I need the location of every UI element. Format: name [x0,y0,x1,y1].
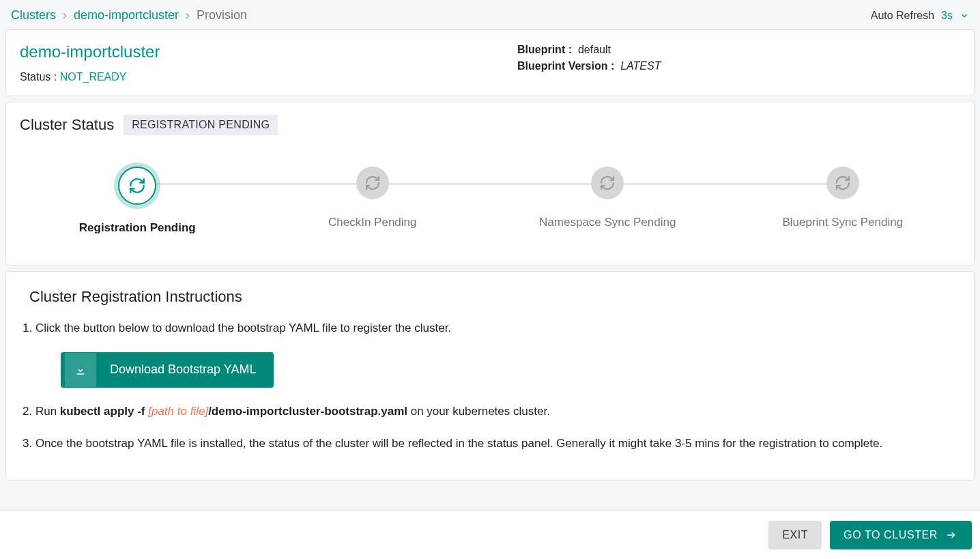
sync-icon [826,167,859,199]
blueprint-value: default [578,44,611,55]
step-label: Namespace Sync Pending [539,216,676,229]
step-label: Blueprint Sync Pending [782,216,903,229]
sync-icon [356,167,389,199]
registration-instructions-card: Cluster Registration Instructions 1. Cli… [5,271,975,481]
step2-path-placeholder: [path to file] [148,405,208,418]
auto-refresh-label: Auto Refresh [871,10,934,22]
step-label: Registration Pending [79,221,196,235]
step-registration-pending: Registration Pending [20,167,255,235]
cluster-header-card: demo-importcluster Status : NOT_READY Bl… [5,29,975,96]
download-bootstrap-button[interactable]: Download Bootstrap YAML [61,352,274,388]
sync-icon [118,167,156,205]
step-label: CheckIn Pending [328,216,416,229]
status-stepper: Registration Pending CheckIn Pending [20,146,960,253]
blueprint-label: Blueprint : [517,44,572,55]
instructions-title: Cluster Registration Instructions [29,288,960,306]
cluster-status-title-row: Cluster Status REGISTRATION PENDING [20,115,960,135]
instruction-step-1: 1. Click the button below to download th… [23,319,957,337]
download-button-label: Download Bootstrap YAML [96,362,270,377]
breadcrumb: Clusters › demo-importcluster › Provisio… [11,8,247,23]
breadcrumb-cluster-name[interactable]: demo-importcluster [74,8,179,23]
cluster-status-card: Cluster Status REGISTRATION PENDING Regi… [5,102,975,266]
exit-button[interactable]: EXIT [768,521,822,549]
status-label: Status : [20,71,60,83]
step-blueprint-sync-pending: Blueprint Sync Pending [725,167,961,235]
cluster-status-line: Status : NOT_READY [20,71,490,83]
step2-filename: /demo-importcluster-bootstrap.yaml [208,405,407,418]
cluster-status-title: Cluster Status [20,116,114,134]
download-icon [65,353,96,387]
auto-refresh-selector[interactable]: Auto Refresh 3s [871,10,969,22]
status-value: NOT_READY [60,71,127,83]
breadcrumb-current: Provision [197,8,247,23]
status-badge: REGISTRATION PENDING [124,115,278,135]
arrow-right-icon [945,530,958,540]
step2-command: kubectl apply -f [60,405,148,418]
footer-action-bar: EXIT GO TO CLUSTER [0,511,980,559]
instruction-step-3: 3. Once the bootstrap YAML file is insta… [23,435,957,453]
go-to-cluster-label: GO TO CLUSTER [844,529,938,541]
instruction-step-2: 2. Run kubectl apply -f [path to file]/d… [23,403,957,420]
cluster-name: demo-importcluster [20,42,490,61]
breadcrumb-separator: › [63,8,67,23]
chevron-down-icon [960,11,969,20]
step-checkin-pending: CheckIn Pending [255,167,491,235]
blueprint-version-row: Blueprint Version : LATEST [517,60,960,72]
go-to-cluster-button[interactable]: GO TO CLUSTER [830,521,972,549]
auto-refresh-value: 3s [941,10,953,22]
step2-prefix: 2. Run [23,405,60,418]
blueprint-version-label: Blueprint Version : [517,60,614,72]
blueprint-row: Blueprint : default [517,44,960,56]
topbar: Clusters › demo-importcluster › Provisio… [5,0,975,29]
breadcrumb-clusters[interactable]: Clusters [11,8,56,23]
step-namespace-sync-pending: Namespace Sync Pending [490,167,725,235]
step2-suffix: on your kubernetes cluster. [411,405,550,418]
blueprint-version-value: LATEST [620,60,661,72]
sync-icon [591,167,624,199]
breadcrumb-separator: › [186,8,190,23]
